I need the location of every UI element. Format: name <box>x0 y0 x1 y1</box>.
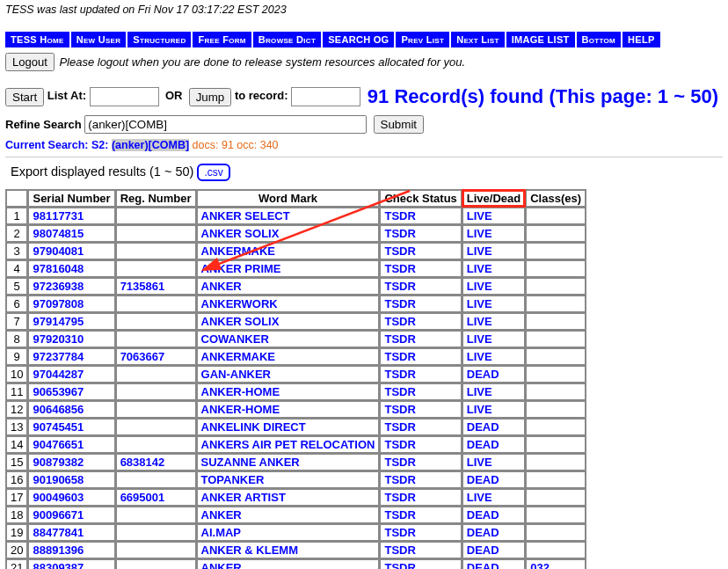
word-mark[interactable]: ANKER ARTIST <box>197 489 380 506</box>
check-status[interactable]: TSDR <box>380 225 461 242</box>
classes[interactable] <box>526 383 586 400</box>
serial-number[interactable]: 97914795 <box>28 313 114 330</box>
nav-tess-home[interactable]: TESS Home <box>5 32 69 47</box>
classes[interactable] <box>526 471 586 488</box>
word-mark[interactable]: ANKER-HOME <box>197 383 380 400</box>
reg-number[interactable] <box>116 419 196 435</box>
serial-number[interactable]: 97236938 <box>28 278 114 295</box>
reg-number[interactable] <box>116 436 196 453</box>
serial-number[interactable]: 98074815 <box>28 225 114 242</box>
live-dead[interactable]: LIVE <box>462 295 525 312</box>
check-status[interactable]: TSDR <box>380 243 461 259</box>
live-dead[interactable]: DEAD <box>462 507 525 523</box>
reg-number[interactable] <box>116 559 196 569</box>
reg-number[interactable] <box>116 401 196 418</box>
nav-next-list[interactable]: Next List <box>451 32 504 47</box>
classes[interactable] <box>526 208 586 224</box>
classes[interactable] <box>526 348 586 365</box>
live-dead[interactable]: DEAD <box>462 542 525 558</box>
serial-number[interactable]: 88477841 <box>28 524 114 541</box>
word-mark[interactable]: ANKERMAKE <box>197 348 380 365</box>
live-dead[interactable]: LIVE <box>462 401 525 418</box>
nav-bottom[interactable]: Bottom <box>577 32 621 47</box>
classes[interactable] <box>526 331 586 347</box>
check-status[interactable]: TSDR <box>380 295 461 312</box>
classes[interactable] <box>526 278 586 295</box>
serial-number[interactable]: 97097808 <box>28 295 114 312</box>
reg-number[interactable]: 7063667 <box>116 348 196 365</box>
nav-image-list[interactable]: IMAGE LIST <box>506 32 575 47</box>
reg-number[interactable] <box>116 225 196 242</box>
logout-button[interactable]: Logout <box>5 53 55 71</box>
nav-browse-dict[interactable]: Browse Dict <box>253 32 321 47</box>
word-mark[interactable]: GAN-ANKER <box>197 366 380 383</box>
nav-structured[interactable]: Structured <box>127 32 191 47</box>
check-status[interactable]: TSDR <box>380 524 461 541</box>
reg-number[interactable] <box>116 507 196 523</box>
serial-number[interactable]: 97816048 <box>28 260 114 277</box>
live-dead[interactable]: LIVE <box>462 260 525 277</box>
reg-number[interactable] <box>116 243 196 259</box>
live-dead[interactable]: LIVE <box>462 243 525 259</box>
serial-number[interactable]: 90879382 <box>28 454 114 471</box>
reg-number[interactable] <box>116 542 196 558</box>
classes[interactable] <box>526 366 586 383</box>
reg-number[interactable] <box>116 313 196 330</box>
live-dead[interactable]: LIVE <box>462 313 525 330</box>
reg-number[interactable]: 6695001 <box>116 489 196 506</box>
reg-number[interactable]: 6838142 <box>116 454 196 471</box>
live-dead[interactable]: DEAD <box>462 366 525 383</box>
word-mark[interactable]: ANKER SELECT <box>197 208 380 224</box>
live-dead[interactable]: DEAD <box>462 559 525 569</box>
check-status[interactable]: TSDR <box>380 507 461 523</box>
classes[interactable] <box>526 419 586 435</box>
serial-number[interactable]: 90653967 <box>28 383 114 400</box>
classes[interactable] <box>526 225 586 242</box>
serial-number[interactable]: 90745451 <box>28 419 114 435</box>
live-dead[interactable]: LIVE <box>462 383 525 400</box>
check-status[interactable]: TSDR <box>380 313 461 330</box>
serial-number[interactable]: 90096671 <box>28 507 114 523</box>
live-dead[interactable]: DEAD <box>462 524 525 541</box>
reg-number[interactable] <box>116 331 196 347</box>
refine-input[interactable] <box>84 115 367 134</box>
list-at-input[interactable] <box>90 87 159 106</box>
live-dead[interactable]: LIVE <box>462 331 525 347</box>
check-status[interactable]: TSDR <box>380 436 461 453</box>
check-status[interactable]: TSDR <box>380 419 461 435</box>
word-mark[interactable]: ANKER <box>197 278 380 295</box>
classes[interactable] <box>526 260 586 277</box>
word-mark[interactable]: ANKELINK DIRECT <box>197 419 380 435</box>
live-dead[interactable]: LIVE <box>462 208 525 224</box>
nav-new-user[interactable]: New User <box>71 32 127 47</box>
check-status[interactable]: TSDR <box>380 260 461 277</box>
reg-number[interactable] <box>116 208 196 224</box>
live-dead[interactable]: LIVE <box>462 454 525 471</box>
reg-number[interactable] <box>116 471 196 488</box>
jump-button[interactable]: Jump <box>189 88 232 106</box>
word-mark[interactable]: AI.MAP <box>197 524 380 541</box>
live-dead[interactable]: LIVE <box>462 225 525 242</box>
word-mark[interactable]: SUZANNE ANKER <box>197 454 380 471</box>
word-mark[interactable]: ANKERMAKE <box>197 243 380 259</box>
check-status[interactable]: TSDR <box>380 559 461 569</box>
check-status[interactable]: TSDR <box>380 348 461 365</box>
nav-prev-list[interactable]: Prev List <box>396 32 449 47</box>
reg-number[interactable] <box>116 366 196 383</box>
live-dead[interactable]: LIVE <box>462 278 525 295</box>
serial-number[interactable]: 97920310 <box>28 331 114 347</box>
check-status[interactable]: TSDR <box>380 331 461 347</box>
check-status[interactable]: TSDR <box>380 542 461 558</box>
classes[interactable] <box>526 401 586 418</box>
word-mark[interactable]: COWANKER <box>197 331 380 347</box>
word-mark[interactable]: ANKER & KLEMM <box>197 542 380 558</box>
word-mark[interactable]: ANKER <box>197 559 380 569</box>
serial-number[interactable]: 97044287 <box>28 366 114 383</box>
reg-number[interactable] <box>116 524 196 541</box>
classes[interactable] <box>526 313 586 330</box>
check-status[interactable]: TSDR <box>380 208 461 224</box>
reg-number[interactable]: 7135861 <box>116 278 196 295</box>
word-mark[interactable]: ANKERWORK <box>197 295 380 312</box>
word-mark[interactable]: ANKER SOLIX <box>197 313 380 330</box>
submit-button[interactable]: Submit <box>374 115 424 134</box>
